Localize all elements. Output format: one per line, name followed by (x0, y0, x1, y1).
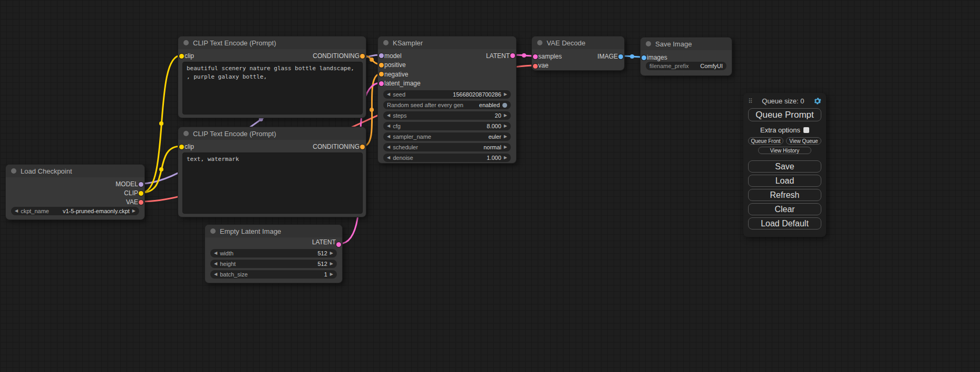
decrement-arrow-icon[interactable]: ◀ (387, 145, 390, 149)
widget-value: 20 (495, 112, 501, 119)
port-samples-input[interactable] (533, 54, 538, 59)
output-label-conditioning: CONDITIONING (313, 52, 360, 60)
widget-value: enabled (479, 102, 500, 108)
port-vae-input[interactable] (533, 64, 538, 69)
node-title: Load Checkpoint (21, 167, 72, 175)
decrement-arrow-icon[interactable]: ◀ (387, 156, 390, 160)
widget-seed[interactable]: ◀ seed 156680208700286 ▶ (383, 90, 511, 99)
widget-random-seed-toggle[interactable]: Random seed after every gen enabled (383, 101, 511, 109)
node-collapse-dot[interactable] (537, 40, 542, 45)
increment-arrow-icon[interactable]: ▶ (504, 156, 507, 160)
node-title-bar[interactable]: Save Image (641, 37, 732, 50)
queue-prompt-button[interactable]: Queue Prompt (748, 108, 821, 121)
node-title: Save Image (655, 40, 692, 48)
widget-filename-prefix[interactable]: filename_prefix ComfyUI (646, 62, 726, 70)
port-positive-input[interactable] (379, 63, 384, 68)
node-collapse-dot[interactable] (183, 131, 189, 136)
node-collapse-dot[interactable] (646, 41, 651, 46)
output-label-vae: VAE (126, 198, 138, 206)
drag-handle-icon[interactable]: ⠿ (748, 98, 753, 105)
node-collapse-dot[interactable] (183, 40, 189, 45)
increment-arrow-icon[interactable]: ▶ (330, 272, 333, 276)
increment-arrow-icon[interactable]: ▶ (504, 92, 507, 97)
refresh-button[interactable]: Refresh (748, 189, 821, 201)
widget-label: denoise (393, 155, 413, 161)
port-vae-output[interactable] (139, 200, 143, 205)
port-clip-input[interactable] (179, 54, 184, 59)
prompt-textarea[interactable]: text, watermark (182, 152, 363, 214)
increment-arrow-icon[interactable]: ▶ (504, 145, 507, 149)
port-latent-image-input[interactable] (379, 81, 384, 86)
node-clip-text-encode-positive[interactable]: CLIP Text Encode (Prompt) clip CONDITION… (178, 36, 366, 118)
node-title-bar[interactable]: VAE Decode (532, 36, 624, 49)
decrement-arrow-icon[interactable]: ◀ (387, 135, 390, 139)
node-graph-canvas[interactable]: Load Checkpoint MODEL CLIP VAE ◀ ckpt_na… (0, 0, 980, 372)
increment-arrow-icon[interactable]: ▶ (330, 262, 333, 266)
port-model-output[interactable] (139, 182, 143, 187)
widget-label: Random seed after every gen (387, 102, 463, 108)
extra-options-checkbox[interactable] (803, 127, 809, 133)
settings-gear-icon[interactable] (813, 97, 821, 105)
port-latent-output[interactable] (510, 53, 515, 58)
decrement-arrow-icon[interactable]: ◀ (15, 209, 18, 213)
toggle-on-dot[interactable] (502, 103, 507, 108)
increment-arrow-icon[interactable]: ▶ (330, 251, 333, 255)
decrement-arrow-icon[interactable]: ◀ (387, 92, 390, 97)
prompt-textarea[interactable]: beautiful scenery nature glass bottle la… (182, 62, 363, 115)
port-images-input[interactable] (642, 55, 646, 60)
node-vae-decode[interactable]: VAE Decode samples IMAGE vae (531, 36, 625, 71)
save-button[interactable]: Save (748, 160, 821, 173)
widget-ckpt-name[interactable]: ◀ ckpt_name v1-5-pruned-emaonly.ckpt ▶ (11, 207, 139, 215)
widget-scheduler[interactable]: ◀ scheduler normal ▶ (383, 143, 511, 151)
decrement-arrow-icon[interactable]: ◀ (387, 124, 390, 128)
widget-height[interactable]: ◀ height 512 ▶ (210, 260, 337, 268)
widget-value: 1.000 (487, 155, 501, 161)
increment-arrow-icon[interactable]: ▶ (132, 209, 135, 213)
port-image-output[interactable] (618, 54, 623, 59)
increment-arrow-icon[interactable]: ▶ (504, 113, 507, 118)
widget-steps[interactable]: ◀ steps 20 ▶ (383, 111, 511, 120)
node-save-image[interactable]: Save Image images filename_prefix ComfyU… (640, 37, 732, 76)
link-midpoint-dot (159, 121, 163, 126)
port-negative-input[interactable] (379, 72, 384, 77)
output-label-conditioning: CONDITIONING (313, 143, 360, 150)
port-latent-output[interactable] (336, 242, 341, 247)
decrement-arrow-icon[interactable]: ◀ (214, 251, 217, 255)
decrement-arrow-icon[interactable]: ◀ (387, 113, 390, 118)
load-button[interactable]: Load (748, 175, 821, 187)
input-label-images: images (647, 54, 667, 61)
widget-cfg[interactable]: ◀ cfg 8.000 ▶ (383, 122, 511, 130)
port-conditioning-output[interactable] (360, 145, 365, 149)
widget-value: euler (488, 133, 501, 140)
node-collapse-dot[interactable] (11, 168, 16, 174)
port-conditioning-output[interactable] (360, 54, 365, 59)
node-clip-text-encode-negative[interactable]: CLIP Text Encode (Prompt) clip CONDITION… (178, 127, 366, 217)
node-title-bar[interactable]: KSampler (378, 36, 516, 49)
node-collapse-dot[interactable] (210, 228, 216, 234)
queue-front-button[interactable]: Queue Front (748, 137, 783, 145)
port-clip-output[interactable] (139, 191, 143, 196)
view-history-button[interactable]: View History (758, 147, 811, 154)
node-title-bar[interactable]: Load Checkpoint (6, 165, 144, 177)
input-label-vae: vae (538, 62, 548, 69)
node-title-bar[interactable]: Empty Latent Image (205, 225, 342, 237)
node-empty-latent-image[interactable]: Empty Latent Image LATENT ◀ width 512 ▶ … (205, 224, 343, 283)
widget-batch-size[interactable]: ◀ batch_size 1 ▶ (210, 270, 337, 279)
node-load-checkpoint[interactable]: Load Checkpoint MODEL CLIP VAE ◀ ckpt_na… (5, 164, 145, 220)
load-default-button[interactable]: Load Default (748, 217, 821, 230)
widget-denoise[interactable]: ◀ denoise 1.000 ▶ (383, 154, 511, 162)
widget-sampler-name[interactable]: ◀ sampler_name euler ▶ (383, 132, 511, 141)
decrement-arrow-icon[interactable]: ◀ (214, 272, 217, 276)
view-queue-button[interactable]: View Queue (786, 137, 821, 145)
widget-width[interactable]: ◀ width 512 ▶ (210, 249, 337, 257)
clear-button[interactable]: Clear (748, 203, 821, 215)
port-model-input[interactable] (379, 53, 384, 58)
node-title-bar[interactable]: CLIP Text Encode (Prompt) (178, 127, 366, 140)
node-ksampler[interactable]: KSampler model LATENT positive negative … (377, 36, 517, 164)
port-clip-input[interactable] (179, 145, 184, 149)
node-collapse-dot[interactable] (383, 40, 389, 45)
node-title-bar[interactable]: CLIP Text Encode (Prompt) (178, 36, 366, 49)
decrement-arrow-icon[interactable]: ◀ (214, 262, 217, 266)
increment-arrow-icon[interactable]: ▶ (504, 124, 507, 128)
increment-arrow-icon[interactable]: ▶ (504, 135, 507, 139)
